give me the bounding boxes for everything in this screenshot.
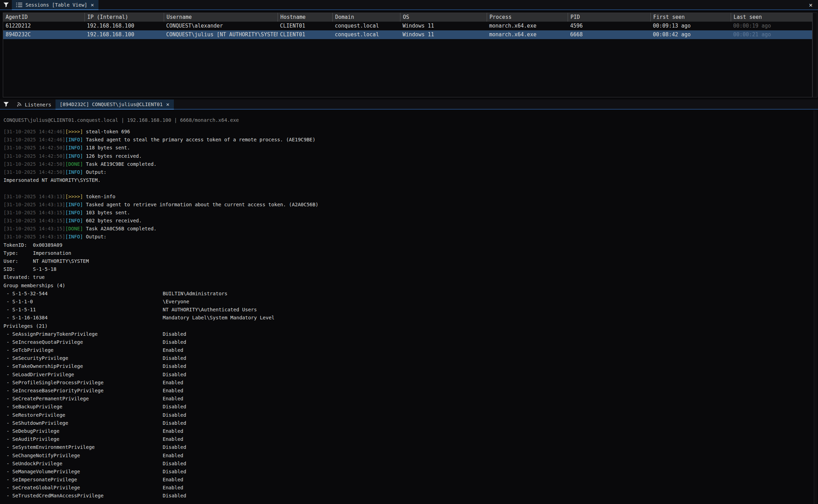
session-row-6122D212[interactable]: 6122D212192.168.168.100CONQUEST\alexande… — [3, 22, 812, 30]
timestamp: [31-10-2025 14:42:46] — [3, 129, 65, 134]
cell-domain: conquest.local — [332, 30, 400, 39]
column-header-hostname[interactable]: Hostname — [278, 13, 332, 22]
log-message: Tasked agent to retrieve information abo… — [83, 202, 318, 207]
kv-key: - S-1-16-16384 — [3, 315, 47, 320]
console-kv-line: - SeUndockPrivilegeDisabled — [3, 460, 812, 468]
kv-key: - SeCreateGlobalPrivilege — [3, 485, 80, 490]
console-log-line: [31-10-2025 14:43:15][INFO] Output: — [3, 233, 812, 241]
tab-listeners[interactable]: Listeners — [12, 99, 56, 110]
timestamp: [31-10-2025 14:43:15] — [3, 234, 65, 239]
console-kv-line: - SeSystemEnvironmentPrivilegeDisabled — [3, 443, 812, 451]
console-kv-line: - S-1-1-0\Everyone — [3, 298, 812, 306]
console-log-line: [31-10-2025 14:42:46][INFO] Tasked agent… — [3, 136, 812, 144]
log-tag-cmd: [>>>>] — [65, 129, 83, 134]
tab-label: Listeners — [25, 102, 51, 108]
console-kv-line: - SeLoadDriverPrivilegeDisabled — [3, 371, 812, 379]
console-output-line: Group memberships (4) — [3, 282, 812, 290]
log-tag-info: [INFO] — [65, 218, 83, 223]
log-message: Task A2A0C56B completed. — [83, 226, 157, 231]
cell-domain: conquest.local — [332, 22, 400, 30]
log-message: Output: — [83, 234, 106, 239]
console-output-line: Privileges (21) — [3, 322, 812, 330]
sessions-table-scrollbar[interactable] — [812, 13, 817, 97]
column-header-domain[interactable]: Domain — [332, 13, 400, 22]
column-header-agentid[interactable]: AgentID — [3, 13, 84, 22]
console-log-line: [31-10-2025 14:43:15][DONE] Task A2A0C56… — [3, 225, 812, 233]
kv-key: - SeUndockPrivilege — [3, 461, 62, 466]
console-scrollbar[interactable] — [814, 110, 817, 504]
close-tab-icon[interactable]: ✕ — [90, 2, 94, 8]
console-kv-line: - SeIncreaseBasePriorityPrivilegeEnabled — [3, 387, 812, 395]
log-message: 103 bytes sent. — [83, 210, 130, 215]
sessions-tab-strip: Sessions [Table View] ✕ — [0, 0, 818, 10]
console-tab-strip: Listeners [894D232C] CONQUEST\julius@CLI… — [0, 99, 818, 110]
timestamp: [31-10-2025 14:43:15] — [3, 210, 65, 215]
column-header-last-seen[interactable]: Last seen — [731, 13, 812, 22]
timestamp: [31-10-2025 14:42:50] — [3, 161, 65, 167]
tab-sessions-table-view[interactable]: Sessions [Table View] ✕ — [12, 0, 98, 10]
filter-funnel-icon — [3, 102, 9, 107]
kv-value: Disabled — [163, 460, 186, 468]
tab-label: Sessions [Table View] — [25, 2, 87, 8]
console-blank-line — [3, 184, 812, 192]
cell-os: Windows 11 — [400, 30, 487, 39]
kv-key: - S-1-5-11 — [3, 307, 36, 312]
cell-ip-internal: 192.168.168.100 — [84, 30, 164, 39]
cell-pid: 4596 — [568, 22, 650, 30]
console-log-line: [31-10-2025 14:42:50][DONE] Task AE19C9B… — [3, 160, 812, 168]
kv-value: NT AUTHORITY\Authenticated Users — [163, 306, 257, 314]
log-message: 118 bytes sent. — [83, 145, 130, 150]
column-header-os[interactable]: OS — [400, 13, 487, 22]
kv-key: - SeDebugPrivilege — [3, 428, 59, 434]
timestamp: [31-10-2025 14:43:15] — [3, 218, 65, 223]
kv-key: - SeTakeOwnershipPrivilege — [3, 363, 83, 369]
table-body: 6122D212192.168.168.100CONQUEST\alexande… — [3, 22, 812, 39]
kv-value: Disabled — [163, 338, 186, 346]
kv-value: Enabled — [163, 484, 183, 492]
kv-value: Disabled — [163, 411, 186, 419]
cell-hostname: CLIENT01 — [278, 22, 332, 30]
kv-key: - SeIncreaseBasePriorityPrivilege — [3, 388, 104, 393]
console-log-line: [31-10-2025 14:43:15][INFO] 602 bytes re… — [3, 217, 812, 225]
console-kv-line: - SeRestorePrivilegeDisabled — [3, 411, 812, 419]
tab-agent-console[interactable]: [894D232C] CONQUEST\julius@CLIENT01 ✕ — [56, 99, 174, 110]
kv-key: - SeImpersonatePrivilege — [3, 477, 77, 482]
kv-value: Mandatory Label\System Mandatory Level — [163, 314, 274, 322]
kv-key: - SeCreatePermanentPrivilege — [3, 396, 89, 401]
column-header-ip-internal[interactable]: IP (Internal) — [84, 13, 164, 22]
log-tag-cmd: [>>>>] — [65, 194, 83, 199]
kv-value: Enabled — [163, 476, 183, 484]
session-row-894D232C[interactable]: 894D232C192.168.168.100CONQUEST\julius [… — [3, 30, 812, 39]
column-header-username[interactable]: Username — [164, 13, 278, 22]
console-kv-line: - SeAssignPrimaryTokenPrivilegeDisabled — [3, 330, 812, 338]
cell-username: CONQUEST\alexander — [164, 22, 278, 30]
cell-first-seen: 00:08:42 ago — [650, 30, 731, 39]
column-header-pid[interactable]: PID — [568, 13, 650, 22]
console-kv-line: - SeChangeNotifyPrivilegeEnabled — [3, 452, 812, 460]
window-close-button[interactable]: ✕ — [806, 1, 815, 9]
table-list-icon — [16, 2, 22, 7]
kv-value: Disabled — [163, 330, 186, 338]
console-kv-line: - SeTcbPrivilegeEnabled — [3, 346, 812, 354]
console-kv-line: - SeManageVolumePrivilegeDisabled — [3, 468, 812, 476]
console-kv-line: - SeIncreaseQuotaPrivilegeDisabled — [3, 338, 812, 346]
filter-funnel-icon — [3, 2, 9, 8]
close-tab-icon[interactable]: ✕ — [166, 101, 170, 108]
kv-value: Disabled — [163, 468, 186, 476]
kv-value: Enabled — [163, 452, 183, 460]
column-header-process[interactable]: Process — [487, 13, 568, 22]
timestamp: [31-10-2025 14:42:46] — [3, 137, 65, 142]
kv-value: Enabled — [163, 395, 183, 403]
log-tag-info: [INFO] — [65, 169, 83, 175]
filter-button[interactable] — [0, 0, 12, 9]
kv-value: Enabled — [163, 435, 183, 443]
console-kv-line: - S-1-5-11NT AUTHORITY\Authenticated Use… — [3, 306, 812, 314]
kv-key: - SeSecurityPrivilege — [3, 355, 68, 361]
log-message: Tasked agent to steal the primary access… — [83, 137, 316, 142]
console-kv-line: - S-1-16-16384Mandatory Label\System Man… — [3, 314, 812, 322]
filter-button[interactable] — [0, 99, 12, 109]
kv-key: - SeIncreaseQuotaPrivilege — [3, 339, 83, 345]
column-header-first-seen[interactable]: First seen — [650, 13, 731, 22]
kv-key: - SeAssignPrimaryTokenPrivilege — [3, 331, 98, 337]
cell-agentid: 6122D212 — [3, 22, 84, 30]
